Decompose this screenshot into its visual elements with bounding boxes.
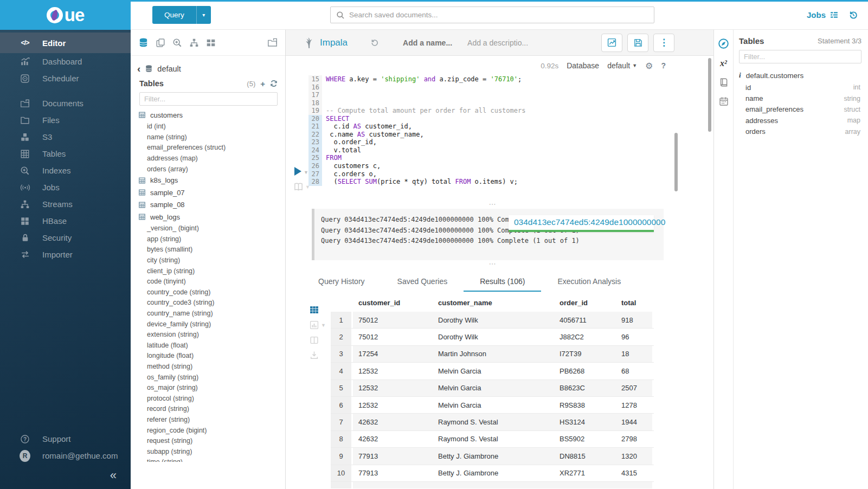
search-plus-icon[interactable] [172, 38, 182, 48]
execute-button[interactable] [294, 167, 301, 176]
column-header-customer_id[interactable]: customer_id [353, 293, 433, 312]
assist-column[interactable]: city (string) [131, 255, 285, 266]
apps-grid-icon[interactable] [206, 38, 216, 48]
assist-column[interactable]: _version_ (bigint) [131, 223, 285, 234]
query-description-field[interactable]: Add a descriptio... [467, 38, 528, 47]
query-dropdown-caret[interactable]: ▾ [196, 6, 211, 24]
assist-column[interactable]: country_code3 (string) [131, 298, 285, 308]
schedule-calendar-icon[interactable] [719, 96, 729, 106]
assist-column[interactable]: orders (array) [131, 164, 285, 175]
column-header-order_id[interactable]: order_id [554, 293, 616, 312]
assist-table-customers[interactable]: customers [131, 109, 285, 121]
assist-column[interactable]: client_ip (string) [131, 266, 285, 276]
refresh-icon[interactable] [270, 80, 278, 87]
sidebar-item-dashboard[interactable]: Dashboard [0, 53, 131, 70]
assist-column[interactable]: bytes (smallint) [131, 244, 285, 255]
download-icon[interactable] [310, 351, 319, 360]
assist-column[interactable]: request (string) [131, 435, 285, 446]
assist-table-sample_08[interactable]: sample_08 [131, 198, 285, 211]
help-icon[interactable]: ? [661, 61, 666, 70]
sidebar-item-s3[interactable]: S3 [0, 128, 131, 145]
assist-filter-input[interactable] [139, 92, 278, 106]
assist-column[interactable]: subapp (string) [131, 446, 285, 457]
book-options-caret[interactable]: ▼ [305, 184, 310, 190]
assist-column[interactable]: country_name (string) [131, 308, 285, 319]
assist-column[interactable]: protocol (string) [131, 393, 285, 404]
assist-column[interactable]: time (string) [131, 457, 285, 462]
column-header-customer_name[interactable]: customer_name [433, 293, 554, 312]
databases-icon[interactable] [138, 37, 149, 48]
save-button[interactable] [627, 34, 648, 52]
documents-copy-icon[interactable] [156, 38, 165, 48]
query-history-icon[interactable] [370, 38, 379, 47]
columns-view-icon[interactable] [310, 336, 319, 345]
back-chevron-icon[interactable]: ‹ [137, 63, 140, 74]
explorer-compass-icon[interactable] [718, 38, 729, 49]
settings-gear-icon[interactable]: ⚙ [645, 61, 653, 71]
sitemap-icon[interactable] [189, 38, 199, 48]
tab-query-history[interactable]: Query History [302, 273, 381, 292]
assist-table-web_logs[interactable]: web_logs [131, 211, 285, 223]
assist-table-k8s_logs[interactable]: k8s_logs [131, 174, 285, 186]
assist-column[interactable]: record (string) [131, 404, 285, 415]
active-table-row[interactable]: i default.customers [734, 69, 868, 82]
right-filter-input[interactable] [739, 50, 861, 63]
add-table-icon[interactable]: + [260, 80, 265, 88]
current-database[interactable]: default [157, 65, 181, 73]
assist-column[interactable]: region_code (bigint) [131, 425, 285, 436]
tab-execution-analysis[interactable]: Execution Analysis [541, 273, 637, 292]
assist-column[interactable]: country_code (string) [131, 287, 285, 298]
assist-column[interactable]: method (string) [131, 361, 285, 372]
assist-column[interactable]: app (string) [131, 234, 285, 244]
assist-table-sample_07[interactable]: sample_07 [131, 186, 285, 199]
sidebar-item-importer[interactable]: Importer [0, 246, 131, 263]
sidebar-item-jobs[interactable]: Jobs [0, 179, 131, 196]
search-input[interactable] [349, 11, 648, 19]
tab-results-106[interactable]: Results (106) [464, 273, 541, 292]
global-search[interactable] [330, 7, 654, 23]
history-icon[interactable] [848, 10, 858, 20]
execute-options-caret[interactable]: ▼ [304, 170, 308, 175]
assist-column[interactable]: referer (string) [131, 414, 285, 425]
book-open-icon[interactable] [293, 182, 304, 191]
panel-scrollbar[interactable] [708, 58, 711, 132]
sidebar-item-files[interactable]: Files [0, 112, 131, 128]
sidebar-item-documents[interactable]: Documents [0, 95, 131, 112]
resize-grip-top[interactable]: ⋯ [477, 202, 509, 207]
right-column-id[interactable]: idint [734, 82, 868, 93]
query-name-field[interactable]: Add a name... [403, 38, 452, 47]
sidebar-item-user[interactable]: R romain@gethue.com [0, 447, 131, 464]
assist-column[interactable]: device_family (string) [131, 319, 285, 330]
right-column-orders[interactable]: ordersarray [734, 126, 868, 137]
grid-view-icon[interactable] [310, 305, 319, 314]
assist-column[interactable]: longitude (float) [131, 351, 285, 362]
chart-options-caret[interactable]: ▼ [321, 323, 326, 328]
assist-column[interactable]: extension (string) [131, 329, 285, 340]
sidebar-item-editor[interactable]: </>Editor [0, 33, 131, 53]
sidebar-item-indexes[interactable]: Indexes [0, 162, 131, 179]
sidebar-item-hbase[interactable]: HBase [0, 213, 131, 229]
sql-editor[interactable]: 15WHERE a.key = 'shipping' and a.zip_cod… [286, 75, 713, 197]
chart-button[interactable] [601, 34, 622, 52]
sidebar-collapse-icon[interactable]: « [110, 469, 117, 481]
assist-column[interactable]: code (tinyint) [131, 276, 285, 287]
folder-documents-icon[interactable] [267, 37, 278, 48]
column-header-total[interactable]: total [616, 293, 652, 312]
assist-column[interactable]: os_major (string) [131, 382, 285, 393]
resize-grip-bottom[interactable]: ⋯ [477, 262, 509, 266]
right-column-name[interactable]: namestring [734, 93, 868, 104]
editor-scrollbar[interactable] [674, 133, 678, 191]
sidebar-item-support[interactable]: ? Support [0, 430, 131, 447]
assist-column[interactable]: addresses (map) [131, 153, 285, 164]
new-query-button[interactable]: Query ▾ [152, 6, 211, 24]
assist-column[interactable]: email_preferences (struct) [131, 143, 285, 153]
query-button-label[interactable]: Query [152, 6, 196, 24]
more-actions-button[interactable]: ⋮ [653, 34, 674, 52]
right-column-addresses[interactable]: addressesmap [734, 115, 868, 126]
assist-column[interactable]: name (string) [131, 132, 285, 143]
language-reference-icon[interactable] [719, 78, 729, 87]
jobs-link[interactable]: Jobs [807, 10, 839, 20]
engine-title[interactable]: Impala [320, 37, 348, 48]
assist-column[interactable]: latitude (float) [131, 340, 285, 351]
sidebar-item-scheduler[interactable]: Scheduler [0, 70, 131, 87]
